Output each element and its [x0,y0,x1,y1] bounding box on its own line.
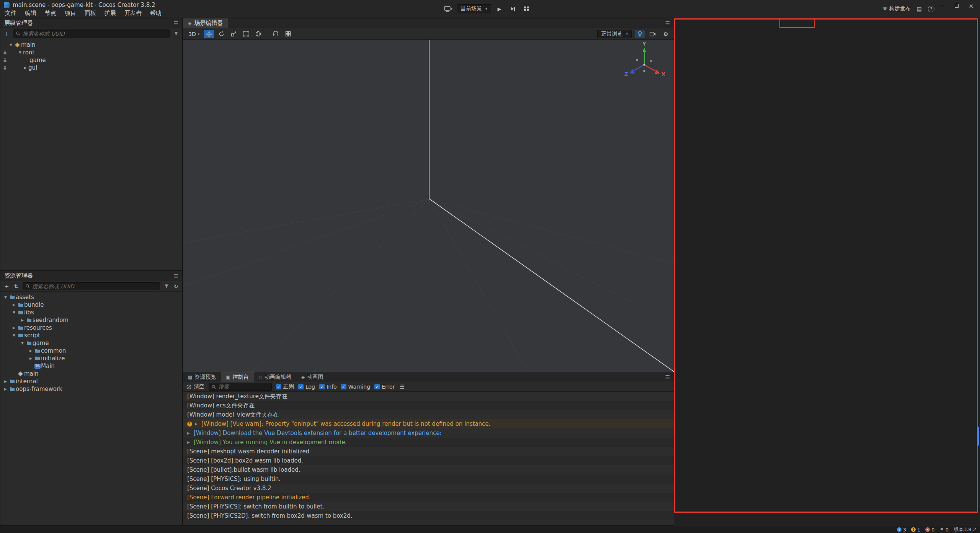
tree-node-root[interactable]: ▼ root [0,49,182,56]
help-icon[interactable]: ? [928,6,934,12]
tree-node-gui[interactable]: ▶ gui [0,64,182,72]
lock-icon[interactable] [3,66,7,70]
minimize-button[interactable]: ─ [935,0,949,11]
expand-arrow-icon[interactable]: ▼ [17,51,23,54]
asset-row-libs[interactable]: ▼ libs [0,309,182,316]
sort-icon[interactable]: ⇅ [13,283,20,290]
camera-settings-button[interactable] [648,30,658,38]
scrollbar-thumb[interactable] [977,427,979,446]
menu-developer[interactable]: 开发者 [120,9,146,18]
menu-extension[interactable]: 扩展 [100,9,120,18]
filter-error-checkbox[interactable]: ✓Error [374,384,395,390]
rect-tool-button[interactable] [241,30,251,38]
expand-arrow-icon[interactable]: ▶ [20,318,25,322]
console-line-success[interactable]: ▶ [Window] You are running Vue in develo… [183,438,674,447]
expand-arrow-icon[interactable]: ▶ [3,387,8,391]
expand-arrow-icon[interactable]: ▼ [20,341,25,345]
gizmo-space-toggle-button[interactable] [253,30,263,38]
expand-arrow-icon[interactable]: ▼ [11,311,17,314]
filter-log-checkbox[interactable]: ✓Log [298,384,315,390]
asset-row-script[interactable]: ▼ script [0,332,182,339]
preview-target-button[interactable]: ▾ [443,4,453,13]
console-line-link[interactable]: ▶ [Window] Download the Vue Devtools ext… [183,428,674,438]
asset-row-resources[interactable]: ▶ resources [0,324,182,332]
expand-arrow-icon[interactable]: ▼ [8,43,14,47]
message-count[interactable]: i3 [897,527,906,533]
add-asset-button[interactable]: + [3,283,10,290]
scale-tool-button[interactable] [229,30,238,38]
expand-arrow-icon[interactable]: ▶ [28,356,34,360]
panel-menu-icon[interactable]: ☰ [170,20,182,26]
refresh-icon[interactable]: ↻ [173,283,179,290]
layout-grid-icon[interactable] [521,4,531,13]
snap-grid-button[interactable] [283,30,293,38]
rotate-tool-button[interactable] [216,30,226,38]
move-tool-button[interactable] [204,30,214,38]
clear-console-button[interactable]: 清空 [186,383,204,390]
filter-info-checkbox[interactable]: ✓Info [319,384,337,390]
tab-animation-editor[interactable]: ◇动画编辑器 [254,372,296,382]
expand-arrow-icon[interactable]: ▶ [28,349,34,353]
add-node-button[interactable]: + [3,30,10,37]
asset-row-assets[interactable]: ▼ assets [0,293,182,301]
expand-arrow-icon[interactable]: ▼ [3,295,8,299]
regex-checkbox[interactable]: ✓正则 [276,383,294,390]
build-publish-button[interactable]: ⚒ 构建发布 [883,5,911,12]
console-line-warning[interactable]: ! ▶ [Window] [Vue warn]: Property "onInp… [183,419,674,428]
tab-scene-editor[interactable]: ◈ 场景编辑器 [183,18,228,28]
expand-arrow-icon[interactable]: ▶ [187,440,191,444]
asset-row-bundle[interactable]: ▶ bundle [0,301,182,309]
lock-icon[interactable] [3,51,7,55]
tab-animation-graph[interactable]: ◈动画图 [296,372,328,382]
expand-arrow-icon[interactable]: ▶ [23,66,28,70]
assets-search-input[interactable] [32,283,157,289]
lock-icon[interactable] [3,58,7,62]
expand-arrow-icon[interactable]: ▶ [3,379,8,383]
scene-viewport[interactable]: Y X Z [183,40,674,372]
tree-node-main[interactable]: ▼ main [0,41,182,49]
projection-toggle-3d[interactable]: 3D▾ [186,31,202,37]
maximize-button[interactable] [949,0,964,11]
preview-logs-icon[interactable]: ▤ [917,6,922,12]
panel-menu-icon[interactable]: ☰ [661,374,674,380]
hierarchy-search-input[interactable] [23,31,167,37]
filter-warning-checkbox[interactable]: ✓Warning [341,384,371,390]
menu-edit[interactable]: 编辑 [21,9,41,18]
asset-row-seedrandom[interactable]: ▶ seedrandom [0,316,182,324]
view-mode-select[interactable]: 正常浏览 ▾ [597,30,632,38]
tab-console[interactable]: ▣控制台 [221,372,253,382]
close-button[interactable]: × [964,0,978,11]
filter-icon[interactable] [163,283,170,290]
lighting-toggle-button[interactable] [635,30,645,38]
asset-row-main-scene[interactable]: main [0,370,182,378]
asset-row-initialize[interactable]: ▶ initialize [0,355,182,362]
asset-row-main-ts[interactable]: TS Main [0,362,182,370]
panel-menu-icon[interactable]: ☰ [661,20,674,26]
expand-arrow-icon[interactable]: ▶ [11,303,17,307]
scene-select[interactable]: 当前场景 ▾ [457,4,491,13]
step-button[interactable] [508,4,518,13]
panel-menu-icon[interactable]: ☰ [170,273,182,279]
menu-panel[interactable]: 面板 [80,9,100,18]
scene-gear-button[interactable]: ⚙ [661,30,671,38]
tab-asset-preview[interactable]: ▤资源预览 [183,372,221,382]
notification-count[interactable]: 0 [940,527,949,533]
filter-icon[interactable] [173,30,179,37]
expand-arrow-icon[interactable]: ▶ [187,431,191,435]
error-count[interactable]: ×0 [925,527,934,533]
warning-count[interactable]: !1 [911,527,920,533]
snap-rotate-button[interactable] [271,30,281,38]
expand-arrow-icon[interactable]: ▼ [11,334,17,337]
axis-gizmo[interactable]: Y X Z [624,41,666,77]
asset-row-game[interactable]: ▼ game [0,339,182,347]
asset-row-internal[interactable]: ▶ internal [0,378,182,385]
asset-row-common[interactable]: ▶ common [0,347,182,355]
asset-row-oops-framework[interactable]: ▶ oops-framework [0,385,182,393]
expand-arrow-icon[interactable]: ▶ [195,422,199,426]
play-button[interactable]: ▶ [495,4,505,13]
tree-node-game[interactable]: game [0,56,182,64]
menu-help[interactable]: 帮助 [146,9,166,18]
console-search-input[interactable] [218,384,269,390]
expand-arrow-icon[interactable]: ▶ [11,326,17,330]
menu-file[interactable]: 文件 [1,9,21,18]
